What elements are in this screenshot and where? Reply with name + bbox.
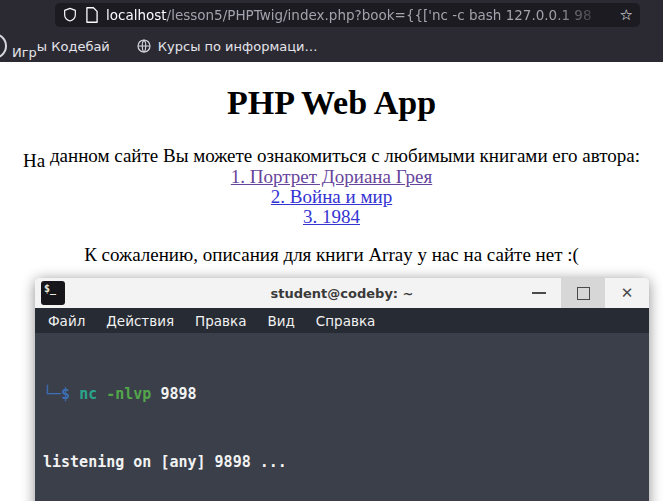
url-path: /lesson5/PHPTwig/index.php?book={{['nc -… <box>167 7 592 23</box>
output-line: listening on [any] 9898 ... <box>43 451 649 474</box>
browser-toolbar: localhost/lesson5/PHPTwig/index.php?book… <box>0 0 663 30</box>
menu-actions[interactable]: Действия <box>106 313 174 329</box>
bookmark-star-icon[interactable]: ☆ <box>620 8 633 23</box>
menu-view[interactable]: Вид <box>267 313 294 329</box>
minimize-button[interactable] <box>517 278 561 308</box>
address-bar[interactable]: localhost/lesson5/PHPTwig/index.php?book… <box>55 3 640 27</box>
bookmark-item-games[interactable]: Игры Кодебай <box>12 39 110 54</box>
minimize-icon <box>532 292 546 294</box>
maximize-button[interactable] <box>561 278 605 308</box>
book-link-2[interactable]: 2. Война и мир <box>0 187 663 207</box>
maximize-icon <box>577 287 590 300</box>
close-icon: ✕ <box>621 284 634 302</box>
intro-text: На данном сайте Вы можете ознакомиться с… <box>0 145 663 167</box>
book-link-3[interactable]: 3. 1984 <box>0 207 663 227</box>
terminal-app-icon: $_ <box>41 281 65 305</box>
bookmark-label: Курсы по информаци… <box>158 39 318 54</box>
book-link-1[interactable]: 1. Портрет Дориана Грея <box>0 167 663 187</box>
page-title: PHP Web App <box>0 84 663 122</box>
menu-file[interactable]: Файл <box>48 313 85 329</box>
terminal-titlebar[interactable]: $_ student@codeby: ~ ✕ <box>35 278 649 308</box>
terminal-menubar: Файл Действия Правка Вид Справка <box>35 308 649 333</box>
page-info-icon[interactable] <box>85 7 99 23</box>
book-links: 1. Портрет Дориана Грея 2. Война и мир 3… <box>0 167 663 227</box>
window-controls: ✕ <box>517 278 649 308</box>
terminal-output[interactable]: └─$ nc -nlvp 9898 listening on [any] 989… <box>35 333 649 501</box>
menu-help[interactable]: Справка <box>316 313 375 329</box>
terminal-window: $_ student@codeby: ~ ✕ Файл Действия Пра… <box>35 278 649 501</box>
url-text[interactable]: localhost/lesson5/PHPTwig/index.php?book… <box>106 7 613 23</box>
prompt-line: └─$ nc -nlvp 9898 <box>43 383 649 406</box>
browser-chrome: localhost/lesson5/PHPTwig/index.php?book… <box>0 0 663 62</box>
bookmarks-bar: Игры Кодебай Курсы по информаци… <box>0 30 663 62</box>
bookmark-item-courses[interactable]: Курсы по информаци… <box>136 38 318 54</box>
url-host: localhost <box>106 7 167 23</box>
tracking-protection-shield-icon[interactable] <box>62 7 78 23</box>
no-description-message: К сожалению, описания для книги Array у … <box>0 244 663 266</box>
globe-icon <box>136 38 152 54</box>
cutoff-favicon-icon <box>0 33 7 59</box>
close-button[interactable]: ✕ <box>605 278 649 308</box>
menu-edit[interactable]: Правка <box>195 313 246 329</box>
bookmark-label: Игры Кодебай <box>12 39 110 54</box>
